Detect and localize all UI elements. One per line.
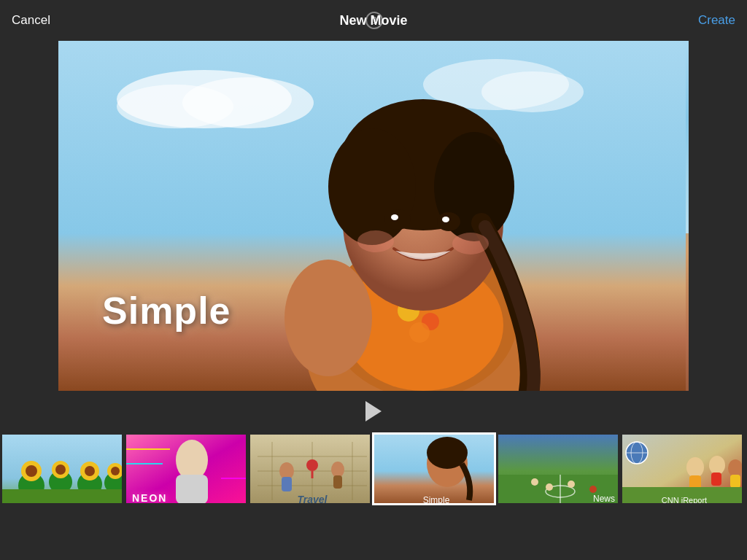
cancel-button[interactable]: Cancel xyxy=(12,13,50,28)
svg-point-70 xyxy=(589,486,597,493)
theme-name-overlay: Simple xyxy=(102,289,231,332)
preview-area: Simple xyxy=(58,41,689,391)
news-thumb-image: News xyxy=(498,435,620,505)
svg-rect-37 xyxy=(2,489,124,505)
theme-thumb-simple[interactable]: Simple xyxy=(372,432,496,505)
page-title: New Movie xyxy=(339,13,407,28)
svg-rect-81 xyxy=(730,475,740,488)
svg-point-78 xyxy=(709,456,725,475)
svg-point-21 xyxy=(357,230,394,252)
svg-point-69 xyxy=(568,481,575,488)
svg-rect-40 xyxy=(176,475,208,504)
svg-point-33 xyxy=(85,466,95,476)
svg-point-17 xyxy=(384,209,411,230)
theme-thumb-travel[interactable]: Travel xyxy=(248,432,372,505)
svg-point-56 xyxy=(331,462,344,478)
svg-rect-79 xyxy=(711,472,721,486)
svg-point-11 xyxy=(409,322,430,343)
cnn-thumb-image: CNN iReport xyxy=(622,435,744,505)
svg-point-36 xyxy=(111,467,120,475)
svg-text:Simple: Simple xyxy=(423,495,450,505)
sunflowers-thumb-image xyxy=(2,435,124,505)
svg-point-27 xyxy=(26,465,37,477)
theme-thumb-news[interactable]: News xyxy=(496,432,620,505)
svg-point-68 xyxy=(546,483,553,491)
svg-point-20 xyxy=(442,217,449,222)
play-button[interactable] xyxy=(365,401,382,421)
theme-thumb-cnn-ireport[interactable]: CNN iReport xyxy=(620,432,744,505)
svg-point-80 xyxy=(728,459,743,477)
create-button[interactable]: Create xyxy=(698,13,735,28)
svg-text:Travel: Travel xyxy=(298,494,328,505)
simple-thumb-image: Simple xyxy=(374,435,496,505)
svg-point-76 xyxy=(686,457,704,478)
preview-image xyxy=(58,41,686,391)
svg-point-18 xyxy=(437,212,460,231)
svg-text:CNN iReport: CNN iReport xyxy=(662,496,707,505)
svg-rect-55 xyxy=(282,477,292,491)
svg-point-23 xyxy=(285,260,372,376)
travel-thumb-image: Travel xyxy=(250,435,372,505)
svg-point-39 xyxy=(176,440,208,481)
svg-point-3 xyxy=(182,77,314,128)
svg-point-67 xyxy=(531,478,538,486)
svg-point-52 xyxy=(306,459,318,471)
svg-text:NEON: NEON xyxy=(132,492,167,504)
svg-point-5 xyxy=(481,71,584,112)
theme-thumbnails: NEON xyxy=(0,429,747,509)
preview-background: Simple xyxy=(58,41,689,391)
svg-text:News: News xyxy=(593,494,615,504)
theme-thumb-sunflowers[interactable] xyxy=(0,432,124,505)
svg-point-19 xyxy=(391,214,398,220)
theme-thumb-neon[interactable]: NEON xyxy=(124,432,248,505)
svg-rect-57 xyxy=(333,475,342,489)
app-header: Cancel ? New Movie Create xyxy=(0,0,747,41)
neon-thumb-image: NEON xyxy=(126,435,248,505)
svg-point-22 xyxy=(452,233,489,254)
svg-point-30 xyxy=(55,464,66,475)
playback-controls xyxy=(0,391,747,429)
